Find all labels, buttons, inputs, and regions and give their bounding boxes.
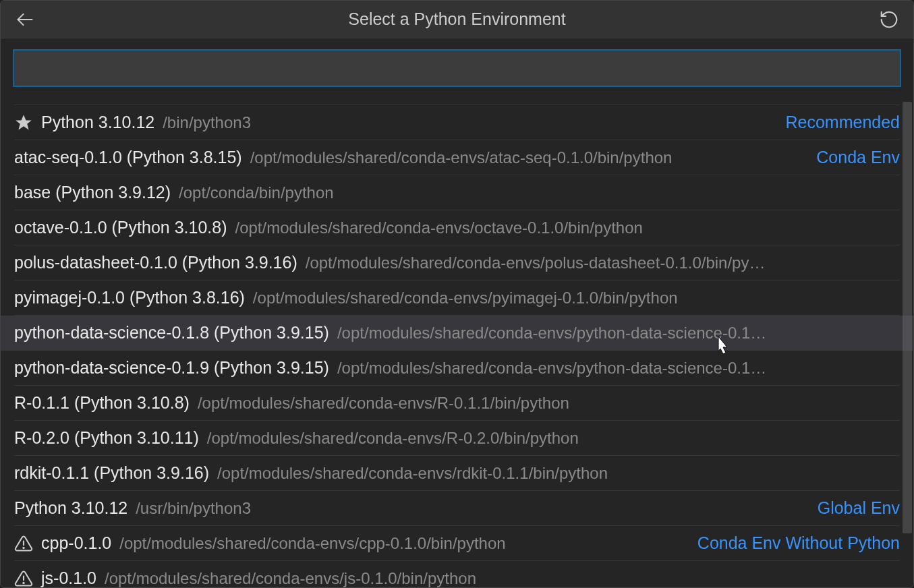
env-path: /opt/modules/shared/conda-envs/octave-0.… bbox=[235, 218, 900, 237]
env-name: atac-seq-0.1.0 (Python 3.8.15) bbox=[14, 148, 242, 167]
refresh-button[interactable] bbox=[877, 7, 901, 32]
env-name: rdkit-0.1.1 (Python 3.9.16) bbox=[14, 463, 209, 483]
env-name: R-0.2.0 (Python 3.10.11) bbox=[14, 428, 199, 448]
env-badge: Conda Env bbox=[816, 148, 900, 167]
environment-item[interactable]: polus-datasheet-0.1.0 (Python 3.9.16)/op… bbox=[14, 245, 900, 281]
env-path: /opt/modules/shared/conda-envs/polus-dat… bbox=[306, 254, 900, 272]
arrow-left-icon bbox=[16, 10, 34, 29]
env-path: /opt/conda/bin/python bbox=[179, 183, 900, 202]
environment-list[interactable]: Python 3.10.12/bin/python3Recommendedata… bbox=[1, 95, 913, 587]
svg-point-5 bbox=[23, 582, 24, 583]
back-button[interactable] bbox=[13, 7, 37, 32]
dialog-title: Select a Python Environment bbox=[37, 9, 877, 29]
environment-item[interactable]: base (Python 3.9.12)/opt/conda/bin/pytho… bbox=[14, 175, 900, 210]
env-path: /opt/modules/shared/conda-envs/pyimagej-… bbox=[253, 289, 900, 307]
refresh-icon bbox=[879, 9, 899, 30]
environment-item[interactable]: pyimagej-0.1.0 (Python 3.8.16)/opt/modul… bbox=[14, 281, 900, 316]
env-path: /opt/modules/shared/conda-envs/R-0.2.0/b… bbox=[207, 429, 900, 448]
star-icon bbox=[14, 113, 33, 132]
env-path: /opt/modules/shared/conda-envs/python-da… bbox=[337, 359, 900, 378]
env-name: R-0.1.1 (Python 3.10.8) bbox=[14, 393, 190, 413]
dialog-header: Select a Python Environment bbox=[1, 1, 913, 38]
python-env-picker: Select a Python Environment Python 3.10.… bbox=[0, 0, 914, 588]
environment-item[interactable]: cpp-0.1.0/opt/modules/shared/conda-envs/… bbox=[14, 526, 900, 561]
warning-icon bbox=[14, 534, 33, 553]
env-path: /opt/modules/shared/conda-envs/atac-seq-… bbox=[250, 148, 809, 167]
env-path: /opt/modules/shared/conda-envs/R-0.1.1/b… bbox=[198, 394, 900, 413]
svg-marker-1 bbox=[16, 115, 31, 129]
env-name: octave-0.1.0 (Python 3.10.8) bbox=[14, 218, 227, 237]
env-name: python-data-science-0.1.9 (Python 3.9.15… bbox=[14, 358, 329, 378]
env-name: pyimagej-0.1.0 (Python 3.8.16) bbox=[14, 288, 245, 307]
search-wrap bbox=[1, 38, 913, 95]
env-path: /opt/modules/shared/conda-envs/rdkit-0.1… bbox=[217, 464, 900, 483]
env-name: Python 3.10.12 bbox=[14, 498, 127, 518]
env-name: python-data-science-0.1.8 (Python 3.9.15… bbox=[14, 323, 329, 343]
env-path: /bin/python3 bbox=[163, 113, 777, 132]
env-name: js-0.1.0 bbox=[41, 568, 96, 587]
env-path: /opt/modules/shared/conda-envs/cpp-0.1.0… bbox=[119, 534, 689, 553]
search-input[interactable] bbox=[13, 49, 901, 87]
env-name: cpp-0.1.0 bbox=[41, 533, 111, 553]
environment-item[interactable]: R-0.2.0 (Python 3.10.11)/opt/modules/sha… bbox=[14, 421, 900, 456]
env-name: Python 3.10.12 bbox=[41, 113, 154, 132]
environment-item[interactable]: Python 3.10.12/usr/bin/python3Global Env bbox=[14, 491, 900, 526]
environment-item[interactable]: rdkit-0.1.1 (Python 3.9.16)/opt/modules/… bbox=[14, 456, 900, 491]
env-badge: Conda Env Without Python bbox=[697, 533, 900, 553]
env-name: base (Python 3.9.12) bbox=[14, 183, 171, 202]
environment-item[interactable]: python-data-science-0.1.8 (Python 3.9.15… bbox=[1, 316, 913, 351]
environment-item[interactable]: js-0.1.0/opt/modules/shared/conda-envs/j… bbox=[14, 561, 900, 587]
environment-item[interactable]: atac-seq-0.1.0 (Python 3.8.15)/opt/modul… bbox=[14, 140, 900, 175]
environment-item[interactable]: python-data-science-0.1.9 (Python 3.9.15… bbox=[14, 351, 900, 386]
warning-icon bbox=[14, 569, 33, 588]
scrollbar-thumb[interactable] bbox=[903, 102, 912, 533]
env-badge: Global Env bbox=[818, 498, 900, 518]
environment-item[interactable]: octave-0.1.0 (Python 3.10.8)/opt/modules… bbox=[14, 210, 900, 245]
env-path: /usr/bin/python3 bbox=[136, 499, 809, 518]
env-path: /opt/modules/shared/conda-envs/python-da… bbox=[337, 324, 900, 343]
environment-item[interactable]: R-0.1.1 (Python 3.10.8)/opt/modules/shar… bbox=[14, 386, 900, 421]
env-name: polus-datasheet-0.1.0 (Python 3.9.16) bbox=[14, 253, 297, 272]
svg-point-3 bbox=[23, 547, 24, 548]
env-badge: Recommended bbox=[785, 113, 900, 132]
env-path: /opt/modules/shared/conda-envs/js-0.1.0/… bbox=[105, 569, 900, 588]
list-item-partial[interactable] bbox=[14, 95, 900, 105]
environment-item[interactable]: Python 3.10.12/bin/python3Recommended bbox=[14, 105, 900, 140]
